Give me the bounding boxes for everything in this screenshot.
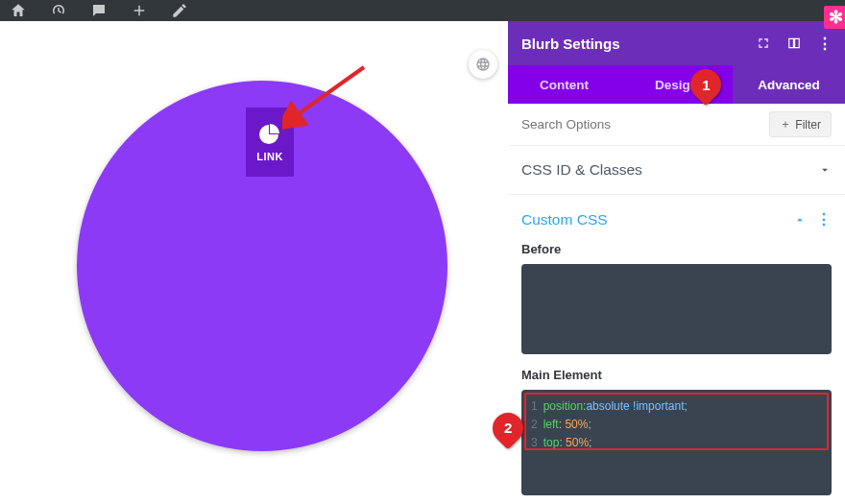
section-custom-css: Custom CSS ⋮ Before Main Element 1positi… bbox=[508, 195, 845, 504]
section-header-custom-css[interactable]: Custom CSS ⋮ bbox=[521, 210, 832, 228]
section-title-css-id: CSS ID & Classes bbox=[521, 161, 642, 179]
expand-icon[interactable] bbox=[757, 36, 770, 50]
blurb-module[interactable]: LINK bbox=[246, 108, 294, 177]
chevron-down-icon bbox=[818, 163, 832, 177]
dashboard-icon[interactable] bbox=[48, 0, 69, 21]
plus-icon[interactable] bbox=[129, 0, 150, 21]
divi-badge[interactable]: ✻ bbox=[824, 6, 845, 29]
pencil-icon[interactable] bbox=[169, 0, 190, 21]
blurb-label: LINK bbox=[256, 151, 283, 162]
filter-button[interactable]: ＋ Filter bbox=[769, 111, 832, 137]
pie-chart-icon bbox=[258, 122, 281, 145]
panel-title: Blurb Settings bbox=[521, 36, 620, 52]
tab-content[interactable]: Content bbox=[508, 65, 620, 104]
snap-icon[interactable] bbox=[787, 36, 801, 50]
globe-icon[interactable] bbox=[469, 50, 497, 79]
code-editor-main-element[interactable]: 1position:absolute !important; 2left: 50… bbox=[521, 390, 832, 495]
section-css-id[interactable]: CSS ID & Classes bbox=[508, 146, 845, 195]
menu-dots-icon[interactable]: ⋮ bbox=[818, 36, 832, 50]
tab-advanced[interactable]: Advanced bbox=[733, 65, 845, 104]
section-title-custom-css: Custom CSS bbox=[521, 211, 608, 228]
comment-icon[interactable] bbox=[88, 0, 109, 21]
search-row: ＋ Filter bbox=[508, 104, 845, 146]
panel-header: Blurb Settings ⋮ bbox=[508, 21, 845, 65]
code-editor-before[interactable] bbox=[521, 264, 832, 354]
preview-canvas: LINK bbox=[0, 21, 507, 504]
field-label-main-element: Main Element bbox=[521, 368, 832, 382]
section-menu-dots[interactable]: ⋮ bbox=[816, 210, 832, 228]
search-input[interactable] bbox=[521, 117, 761, 132]
home-icon[interactable] bbox=[8, 0, 29, 21]
admin-bar: ✻ bbox=[0, 0, 845, 21]
field-label-before: Before bbox=[521, 242, 832, 256]
chevron-up-icon: ⋮ bbox=[793, 210, 832, 228]
panel-tabs: Content Design Advanced 1 bbox=[508, 65, 845, 104]
settings-panel: Blurb Settings ⋮ Content Design Advanced… bbox=[507, 21, 845, 504]
